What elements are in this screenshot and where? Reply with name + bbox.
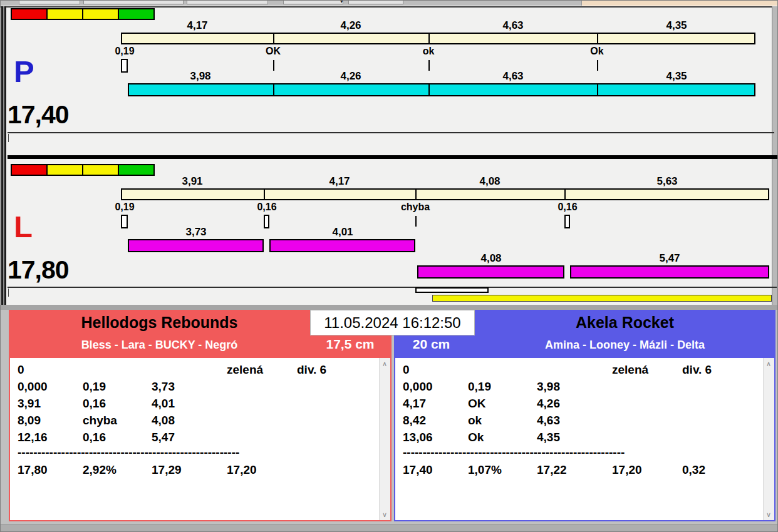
- split-bar-divider: [428, 33, 430, 44]
- lane-baseline-tick-l: [8, 289, 9, 297]
- team-name-right: Akela Rocket: [474, 314, 775, 332]
- jump-height-left: 17,5 cm: [312, 337, 388, 352]
- scroll-up-icon[interactable]: ∧: [380, 359, 390, 368]
- log-cell: 12,16: [18, 431, 48, 444]
- marker-label: OK: [245, 46, 301, 57]
- split-times-bar: [121, 33, 755, 44]
- status-block: [82, 164, 119, 176]
- log-cell: 2,92%: [83, 463, 117, 477]
- marker-label: Ok: [569, 46, 625, 57]
- lane-baseline-tick-p: [8, 134, 9, 142]
- status-block: [46, 164, 83, 176]
- log-cell: 4,63: [537, 414, 560, 427]
- split-time-label: 4,35: [648, 19, 705, 32]
- run-log-right[interactable]: ∧ ∨ 0zelenádiv. 60,0000,193,984,17OK4,26…: [394, 357, 775, 521]
- split-time-label: 5,63: [639, 175, 695, 188]
- status-block: [11, 8, 48, 20]
- log-cell: 0,19: [83, 380, 106, 394]
- scroll-up-icon[interactable]: ∧: [764, 359, 774, 368]
- log-cell: 4,26: [537, 397, 560, 411]
- lane-letter-l: L: [14, 212, 33, 242]
- lane-baseline-l: [8, 287, 777, 288]
- dropdown-caret-icon[interactable]: ▾: [340, 0, 343, 4]
- marker-label: 0,16: [539, 202, 596, 213]
- log-cell: div. 6: [297, 363, 326, 377]
- delay-box: [121, 215, 128, 228]
- log-cell: 4,01: [152, 397, 175, 411]
- log-cell: ----------------------------------------…: [18, 446, 239, 459]
- log-cell: 0,000: [403, 380, 433, 394]
- team-dogs-left: Bless - Lara - BUCKY - Negró: [9, 339, 310, 352]
- log-cell: zelená: [612, 363, 648, 377]
- panel-top-band: [0, 305, 778, 310]
- toolbar-segment[interactable]: [283, 0, 343, 4]
- run-bar-divider: [428, 83, 430, 96]
- scroll-down-icon[interactable]: ∨: [764, 510, 774, 519]
- log-cell: 3,98: [537, 380, 560, 394]
- log-cell: 17,80: [18, 463, 48, 477]
- log-cell: 0: [403, 363, 410, 377]
- log-cell: 0,32: [682, 463, 705, 477]
- scrollbar[interactable]: ∧ ∨: [763, 358, 774, 520]
- split-time-label: 4,17: [311, 175, 368, 188]
- fault-tick: [428, 60, 430, 71]
- section-divider: [8, 155, 778, 159]
- log-cell: 1,07%: [468, 463, 502, 477]
- split-bar-divider: [564, 188, 566, 200]
- toolbar-peach-area: [581, 0, 778, 6]
- log-cell: div. 6: [682, 363, 712, 377]
- lane-letter-p: P: [14, 56, 34, 87]
- log-cell: 17,40: [403, 463, 433, 477]
- log-cell: ok: [468, 414, 482, 427]
- jump-height-right: 20 cm: [395, 337, 467, 352]
- log-cell: chyba: [83, 414, 117, 427]
- log-cell: 5,47: [152, 431, 175, 444]
- status-block: [46, 8, 83, 20]
- lane-baseline-p: [8, 132, 774, 133]
- lane-total-p: 17,40: [8, 102, 69, 128]
- toolbar-segment[interactable]: [19, 0, 80, 4]
- log-cell: 8,42: [403, 414, 426, 427]
- run-bar: [128, 239, 264, 252]
- status-block: [11, 164, 48, 176]
- marker-label: 0,16: [239, 202, 295, 213]
- status-block: [118, 164, 155, 176]
- split-bar-divider: [597, 33, 598, 44]
- status-block: [82, 8, 119, 20]
- log-cell: 17,22: [537, 463, 567, 477]
- marker-label: 0,19: [96, 46, 153, 57]
- scroll-down-icon[interactable]: ∨: [380, 510, 390, 519]
- marker-label: ok: [400, 46, 457, 57]
- fault-tick: [273, 60, 274, 71]
- bottom-strip: [0, 524, 778, 532]
- toolbar-segment[interactable]: [187, 0, 268, 4]
- log-cell: 17,29: [152, 463, 182, 477]
- split-bar-divider: [415, 188, 417, 200]
- run-time-label: 5,47: [641, 252, 698, 265]
- fault-tick: [415, 216, 417, 227]
- run-time-label: 4,08: [463, 252, 519, 265]
- log-cell: 0,19: [468, 380, 491, 394]
- run-bar: [570, 265, 769, 279]
- team-name-left: Hellodogs Rebounds: [9, 314, 310, 332]
- log-cell: 3,73: [152, 380, 175, 394]
- delay-box: [564, 215, 570, 228]
- run-time-label: 3,73: [168, 226, 224, 238]
- log-cell: zelená: [227, 363, 263, 377]
- scrollbar[interactable]: ∧ ∨: [379, 358, 390, 520]
- toolbar-segment[interactable]: [348, 0, 403, 4]
- toolbar-segment[interactable]: [83, 0, 184, 4]
- run-bar-divider: [273, 83, 274, 96]
- split-bar-divider: [273, 33, 274, 44]
- run-bar-divider: [597, 83, 598, 96]
- log-cell: 0,16: [83, 397, 106, 411]
- run-time-label: 4,35: [648, 70, 705, 83]
- log-cell: 0,16: [83, 431, 106, 444]
- split-time-label: 4,17: [169, 19, 226, 32]
- marker-label: chyba: [387, 202, 443, 213]
- datetime-display: 11.05.2024 16:12:50: [310, 310, 475, 335]
- rerun-progress-bar: [432, 295, 772, 302]
- log-cell: ----------------------------------------…: [403, 446, 625, 459]
- log-cell: 4,35: [537, 431, 560, 444]
- run-log-left[interactable]: ∧ ∨ 0zelenádiv. 60,0000,193,733,910,164,…: [9, 357, 392, 521]
